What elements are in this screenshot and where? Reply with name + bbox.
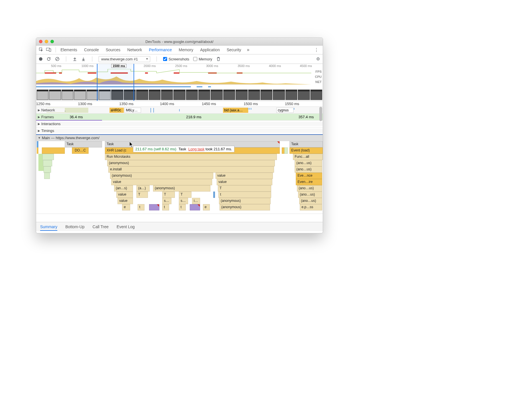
flame-bar[interactable]: e.p…ss	[300, 204, 322, 210]
flame-chart[interactable]: Task Task Task DO…C XHR Load (c Event (l…	[36, 141, 323, 214]
flame-bar[interactable]	[149, 204, 159, 210]
timings-track[interactable]: ▶Timings	[36, 127, 323, 134]
flame-bсъс[interactable]	[43, 160, 52, 166]
flame-bar[interactable]: t	[218, 192, 271, 198]
tracks-area[interactable]: ▶Network xel.gif (px… aHR0c M6Ly… bid (a…	[36, 107, 323, 222]
flame-bar[interactable]	[284, 147, 288, 154]
network-track[interactable]: ▶Network xel.gif (px… aHR0c M6Ly… bid (a…	[36, 107, 323, 114]
tab-performance[interactable]: Performance	[149, 48, 172, 52]
flame-bar[interactable]: e.install	[108, 166, 274, 173]
load-profile-icon[interactable]	[73, 57, 77, 61]
screenshot-thumb[interactable]	[211, 90, 222, 100]
screenshot-thumb[interactable]	[248, 90, 260, 100]
flame-bar[interactable]: value	[111, 179, 212, 185]
net-item[interactable]: aHR0c	[109, 108, 124, 113]
frame-segment[interactable]: 218.9 ms	[99, 114, 288, 120]
zoom-window-button[interactable]	[50, 40, 54, 43]
flame-bar[interactable]: t	[162, 204, 169, 210]
screenshot-thumb[interactable]	[273, 90, 285, 100]
screenshot-thumb[interactable]	[87, 90, 98, 100]
tab-summary[interactable]: Summary	[40, 224, 57, 231]
flame-bar[interactable]	[213, 192, 215, 198]
flame-bar[interactable]: (a…)	[136, 185, 150, 192]
minimize-window-button[interactable]	[45, 40, 48, 43]
flame-bar[interactable]: t	[179, 204, 186, 210]
flame-bar[interactable]: T	[162, 192, 175, 198]
flame-bar[interactable]: Eve…nce	[296, 173, 322, 179]
screenshot-thumb[interactable]	[173, 90, 185, 100]
detail-ruler[interactable]: 1250 ms 1300 ms 1350 ms 1400 ms 1450 ms …	[36, 101, 323, 107]
screenshot-thumb[interactable]	[37, 90, 48, 100]
screenshot-thumb[interactable]	[74, 90, 86, 100]
screenshots-checkbox-input[interactable]	[163, 57, 167, 61]
flame-bar[interactable]: (anonymous)	[110, 173, 213, 179]
flame-bar[interactable]: (ano…us)	[295, 166, 322, 173]
flame-bar[interactable]: Run Microtasks	[105, 154, 277, 160]
tab-bottom-up[interactable]: Bottom-Up	[65, 224, 85, 229]
flame-bar[interactable]	[44, 166, 51, 173]
flame-bar[interactable]: value	[118, 198, 133, 204]
network-track-header[interactable]: ▶Network	[36, 108, 65, 112]
flame-bar[interactable]: s…	[179, 198, 188, 204]
tab-application[interactable]: Application	[200, 48, 220, 52]
flame-bar[interactable]: (ano…us)	[299, 198, 322, 204]
capture-settings-icon[interactable]: ⚙	[316, 56, 320, 62]
save-profile-icon[interactable]	[81, 57, 86, 61]
screenshot-thumb[interactable]	[136, 90, 148, 100]
main-track-header[interactable]: ▼Main — https://www.theverge.com/	[36, 136, 323, 140]
flame-bar[interactable]	[42, 154, 54, 160]
flame-bar[interactable]: value	[216, 173, 273, 179]
customize-devtools-icon[interactable]: ⋮	[312, 47, 320, 53]
net-item[interactable]: cygnus	[276, 108, 294, 113]
flame-bar[interactable]: s…	[162, 198, 171, 204]
screenshot-thumb[interactable]	[149, 90, 161, 100]
flame-bar[interactable]: Even…ire	[296, 179, 322, 185]
flame-bar[interactable]: Func…all	[293, 154, 323, 160]
frames-track[interactable]: ▶Frames 36.4 ms 218.9 ms 357.4 ms	[36, 114, 323, 121]
overview-selection[interactable]	[97, 64, 134, 101]
flame-bar[interactable]: (anonymous)	[220, 204, 270, 210]
interactions-track-header[interactable]: ▶Interactions	[36, 122, 323, 126]
net-item[interactable]: M6Ly…	[124, 108, 141, 113]
flame-bar[interactable]: i…	[192, 198, 200, 204]
flame-bar[interactable]: (anonymous)	[219, 198, 271, 204]
inspect-element-icon[interactable]	[38, 47, 44, 53]
frames-track-header[interactable]: ▶Frames	[36, 115, 65, 119]
tab-security[interactable]: Security	[227, 48, 241, 52]
recording-select[interactable]: www.theverge.com #1	[99, 56, 150, 62]
screenshot-thumb[interactable]	[298, 90, 310, 100]
device-toggle-icon[interactable]	[46, 47, 52, 53]
flame-bar[interactable]: (an…s)	[114, 185, 133, 192]
main-track[interactable]: ▼Main — https://www.theverge.com/	[36, 134, 323, 141]
flame-bar[interactable]: (anonymous)	[153, 185, 210, 192]
flame-bar[interactable]: (ano…us)	[298, 192, 322, 198]
reload-record-icon[interactable]	[46, 57, 51, 61]
flame-bar[interactable]: t	[138, 204, 144, 210]
flame-bar[interactable]: T	[218, 185, 271, 192]
memory-checkbox[interactable]: Memory	[193, 57, 212, 61]
screenshot-thumb[interactable]	[49, 90, 61, 100]
task-bar[interactable]: Task	[290, 141, 323, 147]
tabs-overflow-icon[interactable]: »	[247, 47, 249, 52]
flame-bar[interactable]: e	[122, 204, 130, 210]
flame-bar[interactable]	[44, 173, 50, 179]
overview-pane[interactable]: 500 ms 1000 ms 1500 ms 2000 ms 2500 ms 3…	[36, 64, 323, 101]
frame-segment[interactable]: 357.4 ms	[290, 114, 322, 120]
gc-trash-icon[interactable]	[216, 57, 221, 61]
frame-segment[interactable]: 36.4 ms	[65, 114, 88, 120]
screenshot-thumb[interactable]	[223, 90, 235, 100]
tab-network[interactable]: Network	[127, 48, 142, 52]
screenshot-thumb[interactable]	[236, 90, 247, 100]
flame-bar[interactable]: (anonymous)	[107, 160, 275, 166]
close-window-button[interactable]	[39, 40, 42, 43]
tab-elements[interactable]: Elements	[60, 48, 77, 52]
flame-bar[interactable]: e	[203, 204, 210, 210]
flame-bar[interactable]	[190, 204, 200, 210]
tab-event-log[interactable]: Event Log	[117, 224, 135, 229]
screenshot-filmstrip[interactable]	[36, 89, 323, 100]
screenshot-thumb[interactable]	[161, 90, 173, 100]
screenshot-thumb[interactable]	[62, 90, 73, 100]
flame-bar[interactable]: value	[116, 192, 133, 198]
flame-bar[interactable]: Event (load)	[290, 147, 323, 154]
task-bar[interactable]: Task	[65, 141, 102, 147]
